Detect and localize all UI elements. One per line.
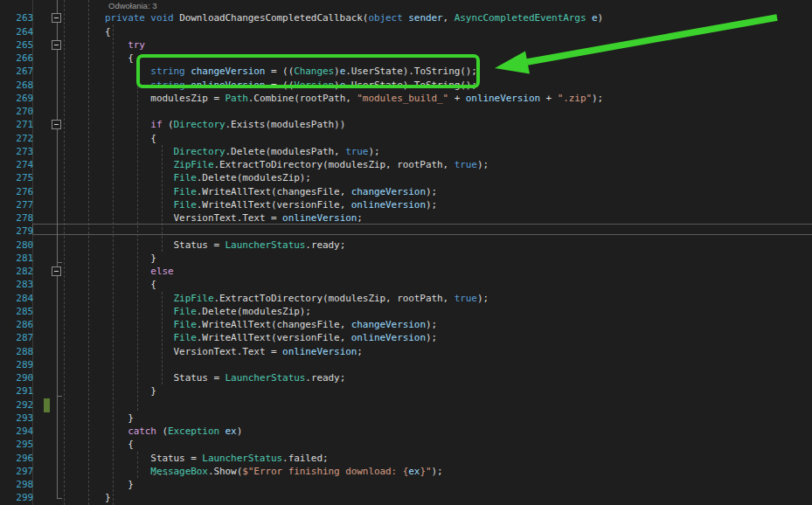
- code-row: 276 File.WriteAllText(changesFile, chang…: [0, 185, 812, 198]
- line-number[interactable]: 277: [0, 198, 33, 211]
- code-line[interactable]: File.Delete(modulesZip);: [33, 305, 311, 318]
- code-row: 285 File.Delete(modulesZip);: [0, 305, 812, 318]
- line-number[interactable]: 263: [0, 11, 33, 24]
- code-line[interactable]: {: [33, 25, 110, 38]
- code-line[interactable]: {: [33, 132, 156, 145]
- code-line[interactable]: Status = LauncherStatus.ready;: [33, 239, 345, 252]
- fold-end-tick: [58, 396, 62, 397]
- code-row: 288 VersionText.Text = onlineVersion;: [0, 345, 812, 358]
- code-row: 295 {: [0, 438, 812, 451]
- code-line[interactable]: }: [33, 252, 156, 265]
- line-number[interactable]: 272: [0, 132, 33, 145]
- line-number[interactable]: 286: [0, 318, 33, 331]
- code-row: 270: [0, 105, 812, 118]
- code-row: 273 Directory.Delete(modulesPath, true);: [0, 145, 812, 158]
- line-number[interactable]: 288: [0, 345, 33, 358]
- code-row: 298 }: [0, 478, 812, 491]
- line-number[interactable]: 290: [0, 371, 33, 384]
- code-line[interactable]: {: [33, 52, 134, 65]
- line-number[interactable]: 284: [0, 292, 33, 305]
- line-number[interactable]: 274: [0, 158, 33, 171]
- line-number[interactable]: 265: [0, 38, 33, 52]
- code-row: 275 File.Delete(modulesZip);: [0, 171, 812, 184]
- code-line[interactable]: Status = LauncherStatus.failed;: [33, 452, 329, 465]
- code-line[interactable]: }: [33, 384, 156, 398]
- line-number[interactable]: 282: [0, 265, 33, 278]
- line-number[interactable]: 269: [0, 92, 33, 105]
- code-row: 291 }: [0, 384, 812, 398]
- code-line[interactable]: private void DownloadChangesCompletedCal…: [33, 11, 603, 24]
- line-number[interactable]: 285: [0, 305, 33, 318]
- line-number[interactable]: 276: [0, 185, 33, 198]
- line-number[interactable]: 297: [0, 465, 33, 478]
- line-number[interactable]: 280: [0, 239, 33, 252]
- code-line[interactable]: Status = LauncherStatus.ready;: [33, 371, 345, 384]
- fold-collapse-icon[interactable]: [52, 120, 61, 129]
- code-row: 296 Status = LauncherStatus.failed;: [0, 452, 812, 465]
- highlight-box-annotation: [136, 54, 480, 88]
- fold-collapse-icon[interactable]: [52, 266, 61, 276]
- code-row: 283 {: [0, 278, 812, 291]
- code-line[interactable]: File.WriteAllText(versionFile, onlineVer…: [33, 331, 437, 344]
- line-number[interactable]: 278: [0, 211, 33, 225]
- code-line[interactable]: File.WriteAllText(changesFile, changeVer…: [33, 185, 437, 198]
- codelens-references[interactable]: Odwołania: 3: [108, 1, 156, 10]
- code-line[interactable]: File.WriteAllText(versionFile, onlineVer…: [33, 198, 437, 211]
- code-row: 289: [0, 358, 812, 371]
- line-number[interactable]: 295: [0, 438, 33, 451]
- code-line[interactable]: try: [33, 38, 145, 52]
- line-number[interactable]: 268: [0, 79, 33, 92]
- line-number[interactable]: 264: [0, 25, 33, 38]
- code-line[interactable]: catch (Exception ex): [33, 425, 242, 438]
- code-line[interactable]: Directory.Delete(modulesPath, true);: [33, 145, 380, 158]
- code-line[interactable]: [33, 358, 59, 371]
- fold-collapse-icon[interactable]: [52, 13, 61, 23]
- code-line[interactable]: {: [33, 278, 156, 291]
- line-number[interactable]: 296: [0, 452, 33, 465]
- line-number[interactable]: 299: [0, 491, 33, 504]
- fold-end-tick: [58, 262, 62, 263]
- line-number[interactable]: 266: [0, 52, 33, 65]
- fold-collapse-icon[interactable]: [52, 40, 61, 50]
- code-line[interactable]: VersionText.Text = onlineVersion;: [33, 211, 363, 225]
- line-number[interactable]: 283: [0, 278, 33, 291]
- code-row: 299 }: [0, 491, 812, 504]
- line-number[interactable]: 293: [0, 412, 33, 425]
- code-row: 277 File.WriteAllText(versionFile, onlin…: [0, 198, 812, 211]
- line-number[interactable]: 281: [0, 252, 33, 265]
- line-number[interactable]: 294: [0, 425, 33, 438]
- line-number[interactable]: 279: [0, 225, 33, 238]
- line-number[interactable]: 270: [0, 105, 33, 118]
- code-line[interactable]: ZipFile.ExtractToDirectory(modulesZip, r…: [33, 292, 489, 305]
- code-row: 272 {: [0, 132, 812, 145]
- codelens-row: Odwołania: 3: [0, 0, 812, 11]
- line-number[interactable]: 273: [0, 145, 33, 158]
- line-number[interactable]: 292: [0, 398, 33, 412]
- code-row: 297 MessageBox.Show($"Error finishing do…: [0, 465, 812, 478]
- code-line[interactable]: VersionText.Text = onlineVersion;: [33, 345, 363, 358]
- line-number[interactable]: 267: [0, 65, 33, 78]
- code-line[interactable]: modulesZip = Path.Combine(rootPath, "mod…: [33, 92, 603, 105]
- code-line[interactable]: [33, 225, 59, 238]
- code-row: 264 {: [0, 25, 812, 38]
- code-line[interactable]: {: [33, 438, 134, 451]
- code-line[interactable]: }: [33, 491, 110, 504]
- code-row: 269 modulesZip = Path.Combine(rootPath, …: [0, 92, 812, 105]
- code-row: 286 File.WriteAllText(changesFile, chang…: [0, 318, 812, 331]
- code-line[interactable]: ZipFile.ExtractToDirectory(modulesZip, r…: [33, 158, 489, 171]
- code-line[interactable]: }: [33, 412, 134, 425]
- line-number[interactable]: 298: [0, 478, 33, 491]
- fold-end-corner: [57, 498, 62, 499]
- line-number[interactable]: 275: [0, 171, 33, 184]
- code-line[interactable]: MessageBox.Show($"Error finishing downlo…: [33, 465, 443, 478]
- code-line[interactable]: if (Directory.Exists(modulesPath)): [33, 118, 345, 131]
- code-line[interactable]: [33, 105, 59, 118]
- line-number[interactable]: 287: [0, 331, 33, 344]
- code-line[interactable]: File.WriteAllText(changesFile, changeVer…: [33, 318, 437, 331]
- code-line[interactable]: File.Delete(modulesZip);: [33, 171, 311, 184]
- line-number[interactable]: 271: [0, 118, 33, 131]
- code-line[interactable]: }: [33, 478, 134, 491]
- code-row: 292: [0, 398, 812, 412]
- line-number[interactable]: 291: [0, 384, 33, 398]
- line-number[interactable]: 289: [0, 358, 33, 371]
